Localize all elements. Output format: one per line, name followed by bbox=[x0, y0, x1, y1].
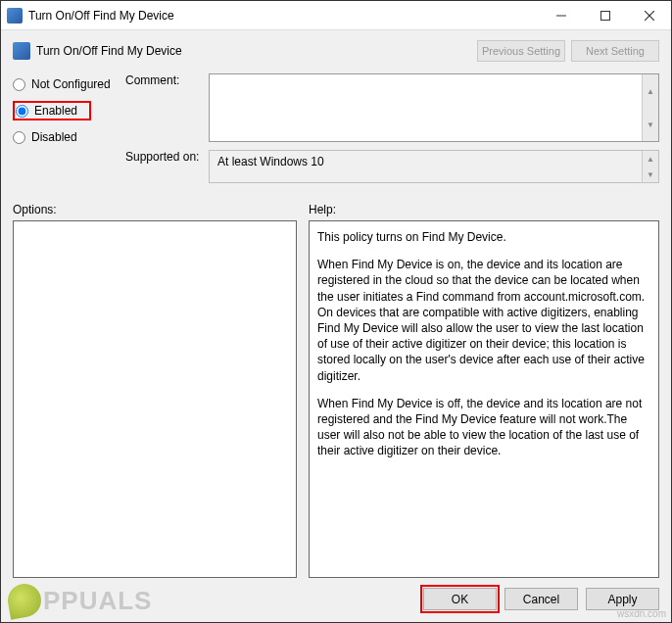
maximize-button[interactable] bbox=[583, 1, 627, 30]
cancel-button[interactable]: Cancel bbox=[504, 588, 578, 610]
previous-setting-button[interactable]: Previous Setting bbox=[477, 40, 565, 62]
radio-enabled-label: Enabled bbox=[34, 104, 77, 118]
next-setting-button[interactable]: Next Setting bbox=[571, 40, 659, 62]
supported-field-wrap: At least Windows 10 ▲ ▼ bbox=[209, 150, 659, 183]
radio-not-configured-input[interactable] bbox=[13, 78, 25, 91]
help-paragraph-3: When Find My Device is off, the device a… bbox=[317, 396, 650, 459]
apply-button[interactable]: Apply bbox=[586, 588, 659, 610]
radio-disabled-input[interactable] bbox=[13, 131, 25, 144]
close-button[interactable] bbox=[627, 1, 671, 30]
svg-rect-1 bbox=[600, 11, 609, 20]
supported-field: At least Windows 10 bbox=[210, 151, 642, 182]
options-label: Options: bbox=[13, 203, 297, 216]
help-paragraph-1: This policy turns on Find My Device. bbox=[317, 229, 650, 245]
supported-label: Supported on: bbox=[125, 150, 209, 164]
radio-enabled-input[interactable] bbox=[16, 105, 28, 118]
state-radio-group: Not Configured Enabled Disabled bbox=[13, 73, 125, 144]
minimize-button[interactable] bbox=[539, 1, 583, 30]
comment-scroll-up[interactable]: ▲ bbox=[642, 74, 658, 108]
comment-field-wrap: ▲ ▼ bbox=[209, 73, 659, 142]
window-title: Turn On/Off Find My Device bbox=[28, 9, 539, 23]
options-panel[interactable] bbox=[13, 220, 297, 578]
titlebar: Turn On/Off Find My Device bbox=[1, 1, 671, 30]
supported-scroll-down[interactable]: ▼ bbox=[642, 167, 658, 182]
radio-disabled-label: Disabled bbox=[31, 130, 77, 144]
radio-disabled[interactable]: Disabled bbox=[13, 130, 125, 144]
policy-title: Turn On/Off Find My Device bbox=[36, 44, 477, 58]
radio-enabled[interactable]: Enabled bbox=[13, 101, 91, 120]
ok-button[interactable]: OK bbox=[423, 588, 497, 610]
policy-dialog-window: Turn On/Off Find My Device Turn On/Off F… bbox=[0, 0, 672, 623]
radio-not-configured[interactable]: Not Configured bbox=[13, 77, 125, 91]
policy-icon bbox=[13, 42, 30, 60]
comment-field[interactable] bbox=[210, 74, 642, 141]
help-paragraph-2: When Find My Device is on, the device an… bbox=[317, 257, 650, 384]
help-panel[interactable]: This policy turns on Find My Device. Whe… bbox=[309, 220, 659, 578]
app-icon bbox=[7, 8, 23, 24]
help-label: Help: bbox=[309, 203, 659, 216]
supported-scroll-up[interactable]: ▲ bbox=[642, 151, 658, 167]
radio-not-configured-label: Not Configured bbox=[31, 77, 111, 91]
comment-label: Comment: bbox=[125, 73, 209, 87]
comment-scroll-down[interactable]: ▼ bbox=[642, 108, 658, 141]
